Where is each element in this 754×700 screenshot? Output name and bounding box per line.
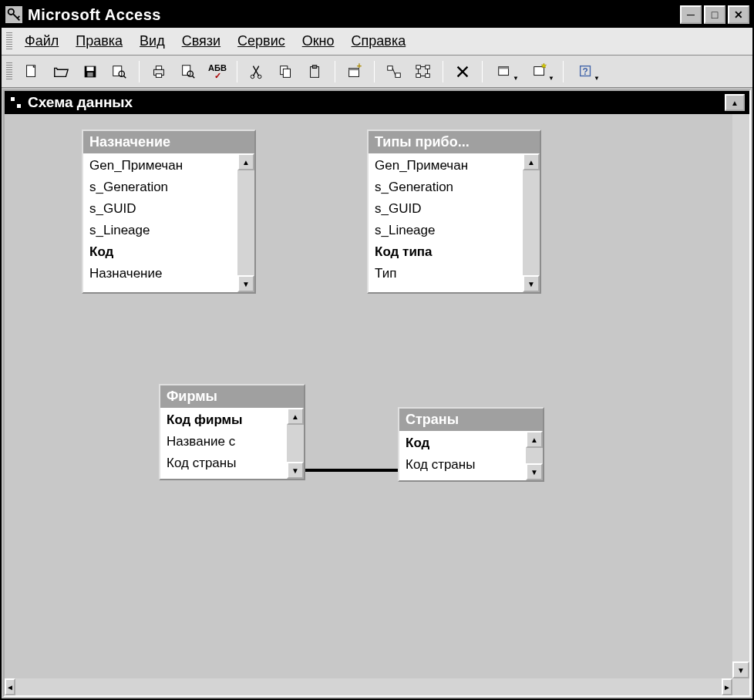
scroll-up-icon[interactable]: ▲: [526, 431, 543, 448]
field-list[interactable]: Gen_Примечан s_Generation s_GUID s_Linea…: [83, 153, 237, 292]
menu-view[interactable]: Вид: [132, 30, 173, 52]
field-item[interactable]: Код страны: [406, 454, 523, 476]
relationships-canvas[interactable]: Назначение Gen_Примечан s_Generation s_G…: [5, 114, 732, 678]
copy-icon[interactable]: [273, 59, 299, 84]
new-object-icon[interactable]: ▼: [489, 59, 521, 84]
show-table-icon[interactable]: +: [342, 59, 368, 84]
svg-rect-22: [396, 72, 400, 77]
field-list-scrollbar[interactable]: ▲ ▼: [523, 153, 540, 292]
print-icon[interactable]: [146, 59, 172, 84]
field-item[interactable]: Тип: [375, 263, 520, 284]
table-strany[interactable]: Страны Код Код страны ▲ ▼: [398, 407, 544, 482]
field-list[interactable]: Код Код страны: [399, 431, 526, 480]
child-vscrollbar[interactable]: ▼: [732, 114, 749, 678]
field-item[interactable]: s_Lineage: [89, 220, 234, 241]
svg-rect-3: [86, 66, 93, 71]
child-scroll-up-button[interactable]: ▲: [725, 94, 745, 111]
field-item-pk[interactable]: Код: [406, 432, 523, 454]
separator: [563, 61, 564, 82]
scroll-left-icon[interactable]: ◄: [5, 678, 15, 695]
spell-icon[interactable]: АБВ✓: [204, 59, 231, 84]
scroll-up-icon[interactable]: ▲: [523, 153, 540, 170]
field-list-scrollbar[interactable]: ▲ ▼: [237, 153, 254, 292]
svg-point-13: [258, 75, 261, 79]
field-item[interactable]: Название с: [167, 431, 284, 453]
cut-icon[interactable]: [244, 59, 270, 84]
scroll-track[interactable]: [526, 448, 543, 463]
svg-rect-15: [283, 69, 290, 77]
menu-edit[interactable]: Правка: [68, 30, 130, 52]
menubar: Файл Правка Вид Связи Сервис Окно Справк…: [2, 28, 752, 56]
scroll-right-icon[interactable]: ►: [722, 678, 732, 695]
field-item[interactable]: s_Lineage: [375, 220, 520, 241]
table-tipy-priborov[interactable]: Типы прибо... Gen_Примечан s_Generation …: [367, 130, 541, 294]
maximize-button[interactable]: □: [704, 5, 725, 24]
table-firmy[interactable]: Фирмы Код фирмы Название с Код страны ▲ …: [159, 384, 305, 480]
field-item[interactable]: s_GUID: [375, 198, 520, 220]
table-title[interactable]: Типы прибо...: [369, 131, 540, 153]
menu-service[interactable]: Сервис: [230, 30, 293, 52]
all-relations-icon[interactable]: [410, 59, 436, 84]
open-icon[interactable]: [48, 59, 74, 84]
scroll-track[interactable]: [287, 425, 304, 462]
menu-file[interactable]: Файл: [17, 30, 66, 52]
scroll-down-icon[interactable]: ▼: [237, 275, 254, 292]
scroll-corner: [732, 678, 749, 695]
scroll-track[interactable]: [523, 170, 540, 275]
separator: [237, 61, 237, 82]
svg-rect-28: [499, 66, 509, 69]
svg-text:+: +: [357, 63, 362, 70]
field-item[interactable]: s_GUID: [89, 198, 234, 220]
svg-point-0: [8, 9, 14, 15]
field-list-scrollbar[interactable]: ▲ ▼: [287, 408, 304, 479]
save-icon[interactable]: [77, 59, 103, 84]
field-item-pk[interactable]: Код типа: [375, 241, 520, 263]
scroll-up-icon[interactable]: ▲: [287, 408, 304, 425]
table-title[interactable]: Фирмы: [160, 385, 304, 408]
scroll-down-icon[interactable]: ▼: [526, 463, 543, 480]
new-icon[interactable]: [19, 59, 45, 84]
titlebar: Microsoft Access ─ □ ✕: [2, 2, 752, 28]
scroll-down-icon[interactable]: ▼: [523, 275, 540, 292]
field-item[interactable]: s_Generation: [375, 177, 520, 198]
separator: [443, 61, 443, 82]
field-item[interactable]: Gen_Примечан: [89, 155, 234, 177]
field-item[interactable]: Gen_Примечан: [375, 155, 520, 177]
field-list[interactable]: Gen_Примечан s_Generation s_GUID s_Linea…: [369, 153, 523, 292]
scroll-track[interactable]: [237, 170, 254, 275]
field-item[interactable]: Назначение: [89, 263, 234, 284]
scroll-track[interactable]: [15, 678, 722, 695]
close-button[interactable]: ✕: [728, 5, 749, 24]
field-item-pk[interactable]: Код: [89, 241, 234, 263]
table-title[interactable]: Страны: [399, 409, 543, 431]
child-hscrollbar[interactable]: ◄ ►: [5, 678, 732, 695]
field-list[interactable]: Код фирмы Название с Код страны: [160, 408, 287, 479]
menu-window[interactable]: Окно: [295, 30, 342, 52]
table-title[interactable]: Назначение: [83, 131, 254, 153]
minimize-button[interactable]: ─: [680, 5, 702, 24]
autoform-icon[interactable]: ▼: [524, 59, 557, 84]
field-item[interactable]: Код страны: [167, 453, 284, 474]
svg-rect-23: [416, 65, 421, 69]
menu-help[interactable]: Справка: [344, 30, 414, 52]
help-icon[interactable]: ?▼: [570, 59, 602, 84]
scroll-down-icon[interactable]: ▼: [732, 661, 749, 678]
svg-point-12: [251, 75, 254, 79]
svg-rect-21: [388, 66, 392, 70]
field-list-scrollbar[interactable]: ▲ ▼: [526, 431, 543, 480]
paste-icon[interactable]: [302, 59, 328, 84]
preview-icon[interactable]: [175, 59, 201, 84]
direct-relations-icon[interactable]: [381, 59, 407, 84]
relationship-line[interactable]: [305, 469, 398, 472]
scroll-up-icon[interactable]: ▲: [237, 153, 254, 170]
toolbar-grip-icon[interactable]: [6, 62, 12, 81]
table-naznachenie[interactable]: Назначение Gen_Примечан s_Generation s_G…: [82, 130, 256, 294]
scroll-track[interactable]: [732, 114, 749, 661]
field-item[interactable]: s_Generation: [89, 177, 234, 198]
menu-relations[interactable]: Связи: [174, 30, 228, 52]
menubar-grip-icon[interactable]: [6, 32, 12, 51]
scroll-down-icon[interactable]: ▼: [287, 462, 304, 479]
field-item-pk[interactable]: Код фирмы: [167, 409, 284, 431]
search-icon[interactable]: [106, 59, 133, 84]
delete-icon[interactable]: [449, 59, 476, 84]
